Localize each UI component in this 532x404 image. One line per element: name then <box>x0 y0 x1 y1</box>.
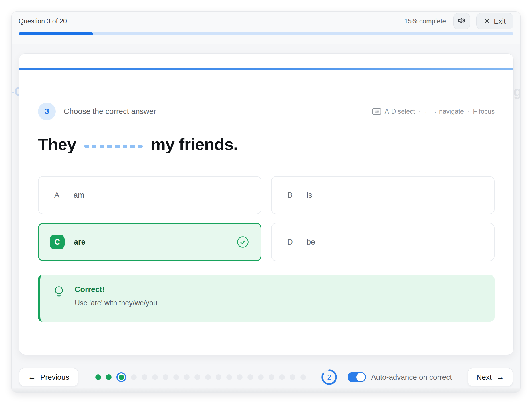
option-c-selected-correct[interactable]: C are <box>38 223 261 261</box>
previous-label: Previous <box>40 373 69 382</box>
question-dot[interactable] <box>247 374 253 380</box>
exit-label: Exit <box>494 17 506 25</box>
question-dot[interactable] <box>106 374 112 380</box>
sound-button[interactable] <box>453 13 470 29</box>
sentence-after: my friends. <box>151 135 238 153</box>
option-d-letter: D <box>283 235 297 249</box>
question-dot[interactable] <box>163 374 168 380</box>
hint-focus: F focus <box>473 108 495 115</box>
countdown-number: 2 <box>321 369 337 385</box>
option-c-letter: C <box>50 235 65 249</box>
toggle-knob <box>356 373 365 381</box>
option-b[interactable]: B is <box>271 176 495 214</box>
question-dot[interactable] <box>237 374 243 380</box>
question-dot[interactable] <box>184 374 190 380</box>
bottom-bar: ← Previous 2 Auto-advance on correct Nex… <box>19 355 513 388</box>
feedback-title: Correct! <box>75 285 159 294</box>
question-dot[interactable] <box>173 374 179 380</box>
lightbulb-icon <box>53 286 65 311</box>
arrow-left-icon: ← <box>28 373 36 382</box>
question-sentence: Theymy friends. <box>38 135 495 154</box>
quiz-window: Question 3 of 20 15% complete ✕ Exit <box>11 11 521 393</box>
question-dot[interactable] <box>95 374 101 380</box>
auto-advance-toggle[interactable] <box>348 372 366 382</box>
question-dot[interactable] <box>131 374 137 380</box>
next-label: Next <box>477 373 492 382</box>
question-card: 3 Choose the correct answer <box>19 53 514 355</box>
auto-advance-countdown: 2 <box>321 369 337 385</box>
question-dot[interactable] <box>216 374 221 380</box>
question-instruction: Choose the correct answer <box>64 107 156 116</box>
option-d-text: be <box>307 238 315 247</box>
progress-percent-label: 15% complete <box>404 17 446 25</box>
option-a-letter: A <box>49 188 64 203</box>
question-dot[interactable] <box>269 374 274 380</box>
answer-blank <box>84 145 143 148</box>
option-b-text: is <box>307 191 312 200</box>
top-bar: Question 3 of 20 15% complete ✕ Exit <box>12 12 520 44</box>
arrow-right-icon: → <box>496 373 504 382</box>
quiz-progress-bar <box>19 32 513 35</box>
question-dot[interactable] <box>194 374 200 380</box>
question-dots <box>95 372 306 382</box>
option-c-text: are <box>74 238 86 247</box>
answer-options: A am B is C are <box>38 176 495 261</box>
window-bottom-edge <box>12 388 520 392</box>
auto-advance-label: Auto-advance on correct <box>371 373 452 382</box>
question-dot[interactable] <box>279 374 285 380</box>
close-icon: ✕ <box>484 18 490 25</box>
option-a-text: am <box>74 191 84 200</box>
question-dot-current[interactable] <box>116 372 126 382</box>
option-b-letter: B <box>283 188 297 203</box>
keyboard-hints: A-D select · ←→ navigate · F focus <box>372 108 495 115</box>
question-dot[interactable] <box>142 374 147 380</box>
question-number-badge: 3 <box>38 103 56 120</box>
hint-navigate: ←→ navigate <box>424 108 464 115</box>
check-circle-icon <box>237 236 249 248</box>
feedback-explanation: Use 'are' with they/we/you. <box>75 299 159 307</box>
question-counter: Question 3 of 20 <box>19 17 67 25</box>
option-d[interactable]: D be <box>271 223 495 261</box>
keyboard-icon <box>372 108 381 115</box>
previous-button[interactable]: ← Previous <box>19 368 78 386</box>
question-dot[interactable] <box>152 374 158 380</box>
question-dot[interactable] <box>205 374 211 380</box>
speaker-icon <box>457 16 466 26</box>
exit-button[interactable]: ✕ Exit <box>476 13 513 29</box>
option-a[interactable]: A am <box>38 176 261 214</box>
feedback-banner: Correct! Use 'are' with they/we/you. <box>38 275 495 322</box>
question-dot[interactable] <box>290 374 295 380</box>
sentence-before: They <box>38 135 76 153</box>
next-button[interactable]: Next → <box>468 368 513 386</box>
main-area: -C ng 3 Choose the correct answer <box>12 44 520 355</box>
hint-select: A-D select <box>385 108 415 115</box>
question-dot[interactable] <box>226 374 232 380</box>
question-dot[interactable] <box>300 374 306 380</box>
progress-fill <box>19 32 93 35</box>
question-dot[interactable] <box>258 374 264 380</box>
card-accent-bar <box>19 68 513 70</box>
